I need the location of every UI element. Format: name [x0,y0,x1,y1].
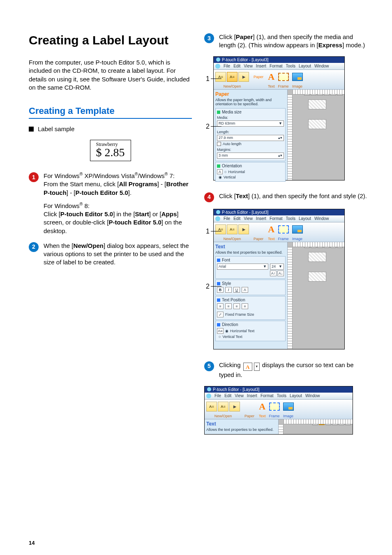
menu-edit[interactable]: Edit [224,393,231,398]
menu-tools[interactable]: Tools [277,393,286,398]
toolbar-frame-label: Frame [278,84,289,88]
direction-vertical[interactable]: ○Vertical Text [217,335,284,339]
font-select[interactable]: Arial▼ [217,264,268,270]
open-icon[interactable]: A≡ [218,402,228,412]
text-panel-title: Text [215,244,286,250]
label-object-2[interactable] [308,119,326,129]
menu-format[interactable]: Format [261,393,274,398]
label-object-2[interactable] [308,272,326,282]
menu-format[interactable]: Format [270,64,283,69]
frame-size-icon[interactable]: ⤢ [217,312,224,317]
play-icon[interactable]: ▶ [229,402,240,412]
menu-tools[interactable]: Tools [286,216,295,221]
play-icon[interactable]: ▶ [238,72,249,82]
underline-button[interactable]: U [233,287,240,293]
toolbar-paper[interactable]: Paper [242,400,257,419]
figure-cursor: P-touch Editor - [Layout3] File Edit Vie… [204,386,367,435]
new-icon[interactable]: A≡ [206,402,217,412]
figure-text: 1 2 P-touch Editor - [Layout3] File Edit… [213,209,367,349]
label-object-1[interactable] [308,252,326,262]
text-a-icon[interactable]: A [243,363,252,371]
toolbar-frame[interactable]: Frame [277,222,291,242]
direction-horizontal[interactable]: A≡◉Horizontal Text [217,328,284,334]
canvas[interactable]: ↖ A ▾ ＼ ▾ ▭ [288,90,344,180]
toolbar-text[interactable]: A Text [266,70,277,89]
menu-layout[interactable]: Layout [299,216,311,221]
menu-view[interactable]: View [235,393,244,398]
text-side-panel: Text Allows the text properties to be sp… [205,419,279,434]
step-5: 5 Clicking A ▼ displays the cursor so te… [204,361,367,379]
open-icon[interactable]: A≡ [227,72,238,82]
menu-edit[interactable]: Edit [233,64,240,69]
menu-tools[interactable]: Tools [286,64,295,69]
font-size-select[interactable]: 24▼ [270,264,284,270]
italic-button[interactable]: I [225,287,232,293]
font-grow-icon[interactable]: A↑ [270,271,277,276]
dropdown-icon[interactable]: ▼ [254,363,260,371]
app-menu-icon[interactable] [215,64,220,69]
app-menu-icon[interactable] [206,393,211,398]
text-position-label: Text Position [222,298,245,302]
orientation-horizontal[interactable]: A○Horizontal [217,169,284,174]
menu-layout[interactable]: Layout [290,393,302,398]
step-1: 1 For Windows® XP/Windows Vista®/Windows… [29,172,192,235]
toolbar-frame-label: Frame [269,414,280,418]
menu-bar[interactable]: File Edit View Insert Format Tools Layou… [205,393,353,400]
menu-window[interactable]: Window [314,216,329,221]
align-justify-icon[interactable]: ≡ [242,303,248,309]
text-tool-inline-icon: A ▼ [243,363,260,371]
toolbar-text[interactable]: A Text [266,222,277,242]
align-left-icon[interactable]: ≡ [217,303,224,309]
menu-insert[interactable]: Insert [256,216,266,221]
toolbar-text[interactable]: A Text [257,400,267,419]
toolbar-newopen[interactable]: A≡ A≡ ▶ New/Open [214,222,251,242]
toolbar-newopen[interactable]: A≡ A≡ ▶ New/Open [205,400,242,419]
play-icon[interactable]: ▶ [238,224,249,234]
canvas[interactable]: ↖ A ▾ ＼ ▾ ▭ [288,242,344,349]
toolbar-paper[interactable]: Paper [251,70,266,89]
font-shrink-icon[interactable]: A↓ [277,271,284,276]
toolbar-text-label: Text [268,84,275,88]
menu-insert[interactable]: Insert [247,393,257,398]
toolbar-image[interactable]: Image [291,70,304,89]
toolbar-frame[interactable]: Frame [277,70,291,89]
menu-insert[interactable]: Insert [256,64,266,69]
menu-window[interactable]: Window [305,393,320,398]
toolbar-paper[interactable]: Paper [251,222,266,242]
menu-view[interactable]: View [244,216,253,221]
menu-file[interactable]: File [224,64,230,69]
toolbar-image[interactable]: Image [291,222,304,242]
ruler-vertical [288,247,293,349]
canvas[interactable]: ↖ A ▾ ＼ ▾ ▭ [279,419,353,434]
orientation-vertical[interactable]: ◉Vertical [217,175,284,179]
menu-view[interactable]: View [244,64,253,69]
outline-button[interactable]: A [242,287,248,293]
toolbar-image[interactable]: Image [281,400,295,419]
menu-format[interactable]: Format [270,216,283,221]
menu-window[interactable]: Window [314,64,329,69]
align-center-icon[interactable]: ≡ [225,303,232,309]
ruler-horizontal [293,90,344,95]
menu-file[interactable]: File [224,216,230,221]
bold-button[interactable]: B [217,287,224,293]
label-object-1[interactable] [308,99,326,109]
app-menu-icon[interactable] [215,216,220,221]
menu-bar[interactable]: File Edit View Insert Format Tools Layou… [214,215,344,222]
length-input[interactable]: 27.9 mm▴▾ [217,135,284,141]
menu-bar[interactable]: File Edit View Insert Format Tools Layou… [214,63,344,70]
toolbar-newopen[interactable]: A≡ A≡ ▶ New/Open [214,70,251,89]
open-icon[interactable]: A≡ [227,224,238,234]
new-icon[interactable]: A≡ [215,72,226,82]
auto-length-checkbox[interactable]: Auto length [217,142,284,146]
step-1-para-1: For Windows® XP/Windows Vista®/Windows® … [44,172,192,197]
align-right-icon[interactable]: ≡ [233,303,240,309]
step-2-badge: 2 [29,242,39,252]
toolbar-image-label: Image [292,237,302,241]
menu-edit[interactable]: Edit [233,216,240,221]
toolbar-frame[interactable]: Frame [267,400,281,419]
media-select[interactable]: RD 63mm▼ [217,120,284,127]
new-icon[interactable]: A≡ [215,224,226,234]
margins-input[interactable]: 3 mm▴▾ [217,153,284,159]
menu-file[interactable]: File [214,393,221,398]
menu-layout[interactable]: Layout [299,64,311,69]
